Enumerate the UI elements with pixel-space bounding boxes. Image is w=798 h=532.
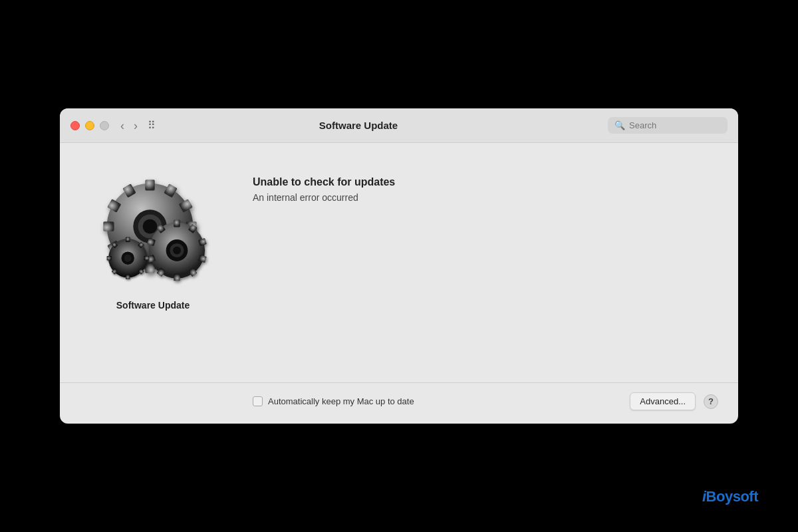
error-section: Unable to check for updates An internal … [253, 170, 718, 349]
svg-rect-22 [174, 274, 180, 281]
titlebar: ‹ › ⠿ Software Update 🔍 [60, 108, 738, 143]
minimize-button[interactable] [85, 121, 94, 130]
svg-rect-17 [174, 220, 180, 227]
svg-rect-37 [107, 256, 112, 260]
auto-update-area: Automatically keep my Mac up to date [226, 396, 622, 406]
system-preferences-window: ‹ › ⠿ Software Update 🔍 [60, 108, 738, 424]
watermark-text: Boysoft [706, 488, 758, 505]
auto-update-checkbox[interactable] [253, 396, 263, 406]
window-title: Software Update [109, 120, 608, 131]
search-input[interactable] [629, 120, 721, 130]
svg-point-40 [124, 255, 132, 262]
software-update-icon [93, 170, 213, 289]
right-panel: Unable to check for updates An internal … [226, 163, 718, 349]
error-title: Unable to check for updates [253, 176, 718, 188]
error-subtitle: An internal error occurred [253, 192, 718, 203]
close-button[interactable] [70, 121, 80, 130]
icon-label: Software Update [116, 300, 190, 311]
svg-rect-1 [145, 180, 154, 190]
search-box[interactable]: 🔍 [608, 117, 728, 134]
svg-rect-10 [103, 221, 114, 231]
svg-point-29 [173, 247, 181, 255]
bottom-bar: Automatically keep my Mac up to date Adv… [60, 382, 738, 424]
svg-rect-35 [126, 275, 130, 279]
content-area: Software Update Unable to check for upda… [60, 143, 738, 369]
auto-update-label: Automatically keep my Mac up to date [268, 396, 414, 406]
traffic-lights [70, 121, 109, 130]
svg-point-15 [143, 219, 158, 234]
maximize-button[interactable] [100, 121, 109, 130]
svg-rect-33 [144, 256, 149, 260]
watermark: iBoysoft [702, 488, 758, 505]
search-icon: 🔍 [614, 120, 625, 130]
advanced-button[interactable]: Advanced... [630, 392, 696, 410]
svg-rect-31 [126, 237, 130, 242]
help-button[interactable]: ? [704, 394, 718, 409]
left-panel: Software Update [80, 163, 226, 349]
